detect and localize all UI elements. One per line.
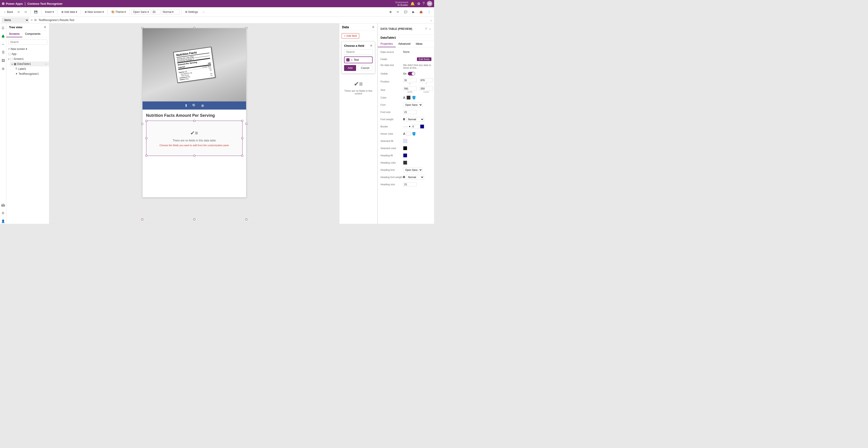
sidebar-insert-icon[interactable]: + — [1, 42, 5, 47]
items-select[interactable]: Items — [2, 18, 29, 23]
sidebar-settings-icon[interactable]: ⚙ — [1, 210, 5, 216]
resize-br[interactable] — [245, 218, 247, 220]
visible-toggle[interactable] — [408, 72, 415, 75]
choose-field-cancel-button[interactable]: Cancel — [358, 65, 372, 71]
tab-advanced[interactable]: Advanced — [396, 41, 413, 47]
insert-button[interactable]: Insert ▾ — [43, 9, 56, 14]
datatable-selected[interactable]: ✔≡ There are no fields in this data tabl… — [146, 120, 243, 156]
sidebar-media-icon[interactable]: 🖼 — [1, 58, 6, 63]
toolbar-icon2[interactable]: ✏ — [395, 9, 401, 14]
font-dropdown[interactable]: Open Sans ▾ — [131, 9, 150, 15]
new-screen-button[interactable]: ⊕ New screen ▾ — [83, 9, 106, 14]
dt-rh-bl[interactable] — [146, 155, 147, 157]
toolbar-icon3[interactable]: 💬 — [402, 9, 409, 14]
datatable-more-icon[interactable]: ··· — [45, 62, 47, 66]
font-size-input[interactable] — [151, 9, 160, 14]
save-button[interactable]: 💾 — [32, 9, 39, 14]
theme-button[interactable]: 🎨 Theme ▾ — [110, 9, 128, 14]
sidebar-ai-icon[interactable]: 🤖 — [0, 202, 6, 208]
font-prop-dropdown[interactable]: Open Sans — [403, 103, 423, 107]
x-input[interactable] — [403, 78, 417, 82]
tab-components[interactable]: Components — [22, 31, 43, 37]
play-button[interactable]: ▶ — [411, 9, 416, 14]
color-fill-icon[interactable]: 🪣 — [412, 96, 416, 99]
data-panel-close-button[interactable]: ✕ — [372, 25, 375, 29]
field-option-text[interactable]: ✓ ≡ Text — [344, 57, 373, 63]
fontweight-dropdown[interactable]: Normal — [406, 117, 424, 122]
dt-rh-tl[interactable] — [146, 120, 147, 122]
tab-ideas[interactable]: Ideas — [413, 41, 425, 47]
upload-icon[interactable]: ⬆ — [185, 103, 188, 108]
headingfont-dropdown[interactable]: Open Sans — [403, 168, 423, 172]
add-field-button[interactable]: + Add field — [342, 33, 359, 39]
border-width-input[interactable] — [411, 125, 419, 129]
resize-bl[interactable] — [142, 218, 143, 220]
settings-icon[interactable]: ⚙ — [417, 2, 420, 6]
sidebar-tree-icon[interactable]: 🌲 — [0, 33, 6, 39]
back-button[interactable]: ← Back — [2, 9, 15, 14]
font-weight-dropdown[interactable]: Normal ▾ — [161, 9, 179, 15]
sidebar-hamburger-icon[interactable]: ☰ — [1, 25, 5, 31]
sidebar-user-icon[interactable]: 👤 — [0, 218, 6, 224]
img-search-icon[interactable]: 🔍 — [192, 103, 196, 108]
dt-rh-mr[interactable] — [241, 137, 243, 139]
props-row-size: Size Width Height — [380, 87, 431, 93]
resize-ml[interactable] — [142, 123, 143, 125]
tree-close-button[interactable]: ✕ — [44, 25, 46, 29]
resize-bc[interactable] — [193, 218, 195, 220]
border-color-swatch[interactable] — [420, 125, 424, 129]
tab-screens[interactable]: Screens — [6, 31, 22, 37]
y-input[interactable] — [420, 78, 433, 82]
hover-color-swatch[interactable] — [406, 132, 411, 136]
choose-field-close-button[interactable]: ✕ — [370, 44, 373, 47]
redo-icon: ↪ — [25, 10, 27, 13]
dt-rh-tc[interactable] — [193, 120, 195, 122]
width-input[interactable] — [403, 87, 417, 91]
tab-properties[interactable]: Properties — [378, 41, 396, 47]
headingsize-input[interactable] — [403, 182, 417, 186]
tree-item-screen1[interactable]: ▾ ⬚ Screen1 — [6, 57, 49, 62]
more-button[interactable]: ··· — [200, 9, 207, 14]
headingfill-swatch[interactable] — [403, 153, 407, 158]
tree-item-textrecognizer1[interactable]: ✦ TextRecognizer1 — [13, 71, 49, 76]
props-back-button[interactable]: › — [429, 25, 431, 33]
notification-icon[interactable]: 🔔 — [410, 2, 415, 6]
undo-button[interactable]: ↩ — [16, 9, 22, 14]
fontsize-input[interactable] — [403, 110, 417, 114]
toolbar-icon1[interactable]: 🖥 — [387, 9, 394, 14]
formula-chevron[interactable]: ⌄ — [430, 19, 432, 22]
publish-button[interactable]: 📤 — [417, 9, 425, 14]
img-zoom-icon[interactable]: ⊕ — [201, 103, 204, 108]
sep5 — [107, 9, 108, 15]
settings-button[interactable]: ⚙ Settings — [183, 9, 200, 14]
new-screen-tree-button[interactable]: + New screen ▾ — [6, 46, 49, 51]
props-help-icon[interactable]: ? — [425, 27, 427, 31]
headingcolor-swatch[interactable] — [403, 161, 407, 165]
tree-item-label1[interactable]: T Label1 — [13, 66, 49, 71]
add-data-button[interactable]: ⊕ Add data ▾ — [60, 9, 79, 14]
tree-item-datatable1[interactable]: ▸ ▦ DataTable1 ··· — [10, 62, 49, 66]
redo-button[interactable]: ↪ — [23, 9, 29, 14]
headingfontweight-dropdown[interactable]: Normal — [406, 175, 424, 179]
edit-fields-button[interactable]: Edit fields — [417, 57, 431, 61]
app-canvas: Nutrition Facts Serving size 1 bar (40g)… — [142, 28, 246, 198]
more2-button[interactable]: ⋮ — [426, 9, 432, 14]
tree-item-app[interactable]: ⬚ App — [6, 51, 49, 57]
sidebar-data-icon[interactable]: 🗄 — [1, 50, 6, 55]
selectedcolor-swatch[interactable] — [403, 146, 407, 150]
choose-field-add-button[interactable]: Add — [344, 65, 356, 71]
tree-search-input[interactable] — [8, 39, 47, 45]
sidebar-components-icon[interactable]: ⊞ — [1, 66, 5, 71]
resize-mr[interactable] — [245, 123, 247, 125]
user-avatar[interactable]: DB — [427, 1, 432, 6]
selectedfill-swatch[interactable] — [403, 139, 407, 143]
hover-fill-icon[interactable]: 🪣 — [412, 132, 416, 136]
color-swatch[interactable] — [406, 96, 411, 100]
help-icon[interactable]: ? — [423, 2, 425, 6]
dt-rh-ml[interactable] — [146, 137, 147, 139]
dt-rh-br[interactable] — [241, 155, 243, 157]
dt-rh-tr[interactable] — [241, 120, 243, 122]
choose-field-search-input[interactable] — [344, 49, 373, 55]
height-input[interactable] — [420, 87, 433, 91]
dt-rh-bc[interactable] — [193, 155, 195, 157]
